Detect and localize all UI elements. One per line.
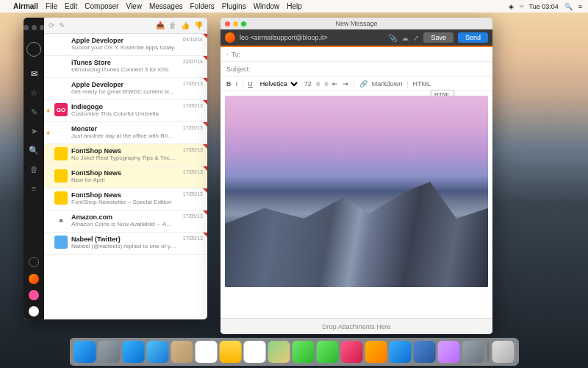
underline-button[interactable]: U bbox=[248, 80, 253, 88]
send-button[interactable]: Send bbox=[458, 32, 488, 43]
more-icon[interactable]: ≡ bbox=[28, 183, 40, 194]
dock-app-mail[interactable] bbox=[147, 341, 169, 363]
font-size[interactable]: 72 bbox=[304, 80, 312, 88]
flag-icon bbox=[203, 34, 207, 38]
airmail-logo-icon[interactable] bbox=[26, 42, 41, 57]
archive-icon[interactable]: 📥 bbox=[156, 21, 165, 29]
dock-app-launchpad[interactable] bbox=[98, 341, 121, 363]
dock-app-messages[interactable] bbox=[293, 341, 315, 363]
italic-button[interactable]: I bbox=[236, 80, 238, 88]
markdown-toggle[interactable]: Markdown bbox=[372, 80, 403, 88]
sent-icon[interactable]: ➤ bbox=[28, 125, 40, 137]
menu-help[interactable]: Help bbox=[287, 2, 302, 10]
attach-icon[interactable]: 📎 bbox=[388, 34, 397, 42]
clock[interactable]: Tue 03:04 bbox=[529, 3, 559, 10]
inbox-icon[interactable]: ✉ bbox=[28, 68, 40, 79]
thumbs-up-icon[interactable]: 👍 bbox=[181, 21, 190, 29]
trash-icon[interactable]: 🗑 bbox=[28, 163, 40, 175]
dock-app-finder[interactable] bbox=[74, 341, 96, 363]
message-preview: Nabeel (@nabeels) replied to one of y… bbox=[71, 243, 203, 250]
search-icon[interactable]: 🔍 bbox=[28, 144, 40, 156]
sender-avatar bbox=[54, 81, 68, 94]
subject-field[interactable]: Subject: bbox=[220, 62, 492, 77]
menu-window[interactable]: Window bbox=[254, 2, 280, 10]
cloud-icon[interactable]: ☁ bbox=[401, 34, 409, 42]
message-list[interactable]: Apple Developer Submit your OS X Yosemit… bbox=[44, 34, 207, 319]
message-preview: Just another day at the office with Bri… bbox=[71, 132, 203, 139]
compose-window-controls[interactable] bbox=[225, 21, 246, 26]
link-icon[interactable]: 🔗 bbox=[359, 80, 368, 88]
account-3[interactable] bbox=[29, 306, 39, 316]
from-account-icon[interactable] bbox=[225, 32, 235, 43]
message-preview: Amazon Coins is Now Available! -- A… bbox=[71, 221, 203, 227]
embedded-image[interactable] bbox=[225, 96, 488, 287]
message-row[interactable]: FontShop News FontShop Newsletter – Spec… bbox=[44, 188, 207, 210]
to-field[interactable]: › To: bbox=[220, 47, 492, 62]
align-left-icon[interactable]: ≡ bbox=[316, 80, 320, 88]
menu-view[interactable]: View bbox=[126, 2, 142, 10]
expand-icon[interactable]: ⤢ bbox=[413, 34, 419, 42]
account-1[interactable] bbox=[29, 274, 39, 284]
compose-icon[interactable]: ✎ bbox=[59, 21, 65, 29]
message-row[interactable]: FontShop News No Joke! Real Typography T… bbox=[44, 144, 207, 166]
message-preview: Get ready for great WWDC content st… bbox=[71, 88, 203, 95]
dock-app-appstore[interactable] bbox=[390, 341, 412, 363]
message-row[interactable]: GO Indiegogo Customize This Colorful Umb… bbox=[44, 100, 207, 122]
attachment-drop-zone[interactable]: Drop Attachments Here bbox=[220, 318, 492, 334]
menu-plugins[interactable]: Plugins bbox=[222, 2, 246, 10]
delete-icon[interactable]: 🗑 bbox=[169, 21, 176, 29]
outdent-icon[interactable]: ⇤ bbox=[332, 80, 338, 88]
dock-app-reminders[interactable] bbox=[244, 341, 266, 363]
app-menu[interactable]: Airmail bbox=[13, 2, 38, 10]
message-row[interactable]: Monster Just another day at the office w… bbox=[44, 122, 207, 144]
from-address[interactable]: leo <airmailsupport@bloop.it> bbox=[240, 34, 328, 41]
dock-app-contacts[interactable] bbox=[171, 341, 193, 363]
compose-body[interactable] bbox=[220, 91, 492, 318]
dock-app-notes[interactable] bbox=[220, 341, 242, 363]
snooze-icon[interactable] bbox=[29, 257, 39, 267]
dock-app-ibooks[interactable] bbox=[365, 341, 387, 363]
wifi-icon[interactable]: ⌔ bbox=[520, 3, 523, 10]
dock-app-calendar[interactable] bbox=[196, 341, 218, 363]
indent-icon[interactable]: ⇥ bbox=[343, 80, 348, 88]
menu-edit[interactable]: Edit bbox=[65, 2, 77, 10]
drafts-icon[interactable]: ✎ bbox=[28, 106, 40, 118]
dock-app-maps[interactable] bbox=[268, 341, 290, 363]
message-row[interactable]: FontShop News New for April 17/05/13 bbox=[44, 166, 207, 188]
dock-trash[interactable] bbox=[492, 341, 514, 363]
bold-button[interactable]: B bbox=[226, 80, 232, 88]
menu-composer[interactable]: Composer bbox=[85, 2, 118, 10]
dock-app-safari[interactable] bbox=[123, 341, 145, 363]
dock-app-facetime[interactable] bbox=[317, 341, 339, 363]
menu-folders[interactable]: Folders bbox=[190, 2, 214, 10]
airplay-icon[interactable]: ◈ bbox=[509, 3, 514, 10]
spotlight-icon[interactable]: 🔍 bbox=[564, 3, 573, 10]
close-icon[interactable] bbox=[225, 21, 230, 26]
message-row[interactable]: Apple Developer Submit your OS X Yosemit… bbox=[44, 34, 207, 56]
refresh-icon[interactable]: ⟳ bbox=[49, 21, 54, 29]
align-center-icon[interactable]: ≡ bbox=[324, 80, 328, 88]
window-controls[interactable] bbox=[24, 22, 45, 36]
compose-titlebar[interactable]: New Message bbox=[220, 18, 492, 29]
menu-messages[interactable]: Messages bbox=[149, 2, 183, 10]
dock-app-system-prefs[interactable] bbox=[462, 341, 484, 363]
dock-app-preview[interactable] bbox=[414, 341, 436, 363]
message-row[interactable]: a Amazon.com Amazon Coins is Now Availab… bbox=[44, 210, 207, 233]
html-toggle[interactable]: HTML bbox=[413, 80, 431, 88]
sender-avatar bbox=[54, 147, 68, 160]
account-2[interactable] bbox=[29, 290, 39, 300]
message-row[interactable]: Nabeel (Twitter) Nabeel (@nabeels) repli… bbox=[44, 233, 207, 255]
font-select[interactable]: Helvetica bbox=[257, 79, 300, 88]
minimize-icon[interactable] bbox=[233, 21, 238, 26]
expand-recipients-icon[interactable]: › bbox=[226, 51, 229, 57]
thumbs-down-icon[interactable]: 👎 bbox=[194, 21, 203, 29]
message-row[interactable]: Apple Developer Get ready for great WWDC… bbox=[44, 78, 207, 100]
save-button[interactable]: Save bbox=[423, 32, 453, 43]
dock-app-airmail[interactable] bbox=[438, 341, 460, 363]
menu-file[interactable]: File bbox=[46, 2, 57, 10]
starred-icon[interactable]: ☆ bbox=[28, 87, 40, 99]
maximize-icon[interactable] bbox=[241, 21, 246, 26]
message-row[interactable]: iTunes Store Introducing iTunes Connect … bbox=[44, 56, 207, 78]
notifications-icon[interactable]: ≡ bbox=[578, 3, 582, 10]
dock-app-itunes[interactable] bbox=[341, 341, 363, 363]
